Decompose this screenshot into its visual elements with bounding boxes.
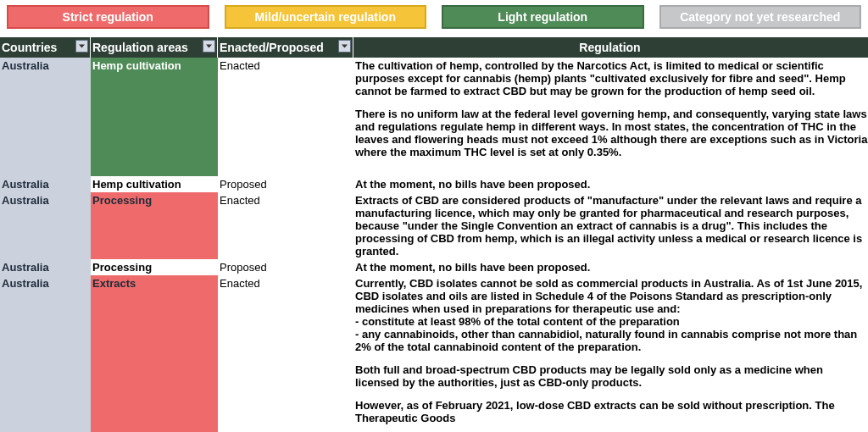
regulation-paragraph: There is no uniform law at the federal l… <box>355 108 868 158</box>
header-areas-label: Regulation areas <box>92 41 188 54</box>
cell-country: Australia <box>0 176 91 192</box>
table-row: AustraliaHemp cultivationProposedAt the … <box>0 176 868 192</box>
regulation-paragraph: Currently, CBD isolates cannot be sold a… <box>355 277 868 353</box>
header-regulation: Regulation <box>353 37 868 58</box>
legend-light: Light regulation <box>442 5 644 29</box>
legend-bar: Strict regulation Mild/uncertain regulat… <box>0 0 868 37</box>
cell-status: Enacted <box>218 275 353 432</box>
header-status-label: Enacted/Proposed <box>220 41 324 54</box>
table-header: Countries Regulation areas Enacted/Propo… <box>0 37 868 58</box>
cell-regulation-text: Extracts of CBD are considered products … <box>353 192 868 259</box>
cell-status: Proposed <box>218 259 353 275</box>
cell-status: Enacted <box>218 58 353 176</box>
table-row: AustraliaProcessingEnactedExtracts of CB… <box>0 192 868 259</box>
cell-regulation-area: Processing <box>91 192 218 259</box>
table-body: AustraliaHemp cultivationEnactedThe cult… <box>0 58 868 432</box>
regulation-paragraph: The cultivation of hemp, controlled by t… <box>355 59 868 97</box>
filter-dropdown-icon[interactable] <box>338 40 351 53</box>
table-row: AustraliaExtractsEnactedCurrently, CBD i… <box>0 275 868 432</box>
cell-status: Proposed <box>218 176 353 192</box>
filter-dropdown-icon[interactable] <box>203 40 215 53</box>
table-row: AustraliaHemp cultivationEnactedThe cult… <box>0 58 868 176</box>
cell-regulation-area: Hemp cultivation <box>91 176 218 192</box>
regulation-paragraph: At the moment, no bills have been propos… <box>355 261 868 274</box>
cell-regulation-text: At the moment, no bills have been propos… <box>353 259 868 275</box>
cell-regulation-text: Currently, CBD isolates cannot be sold a… <box>353 275 868 432</box>
regulation-paragraph: Extracts of CBD are considered products … <box>355 194 868 258</box>
cell-regulation-area: Hemp cultivation <box>91 58 218 176</box>
legend-not-researched: Category not yet researched <box>659 5 862 29</box>
cell-status: Enacted <box>218 192 353 259</box>
header-regulation-label: Regulation <box>579 41 640 54</box>
legend-mild: Mild/uncertain regulation <box>225 5 427 29</box>
legend-strict: Strict regulation <box>7 5 209 29</box>
regulation-paragraph: Both full and broad-spectrum CBD product… <box>355 363 868 389</box>
cell-regulation-area: Extracts <box>91 275 218 432</box>
regulation-paragraph: However, as of February 2021, low-dose C… <box>355 399 868 424</box>
header-countries[interactable]: Countries <box>0 37 91 58</box>
table-row: AustraliaProcessingProposedAt the moment… <box>0 259 868 275</box>
cell-country: Australia <box>0 259 91 275</box>
cell-country: Australia <box>0 275 91 432</box>
cell-country: Australia <box>0 58 91 176</box>
regulation-paragraph: At the moment, no bills have been propos… <box>355 178 868 191</box>
cell-regulation-area: Processing <box>91 259 218 275</box>
cell-country: Australia <box>0 192 91 259</box>
header-areas[interactable]: Regulation areas <box>91 37 218 58</box>
filter-dropdown-icon[interactable] <box>75 40 88 53</box>
cell-regulation-text: The cultivation of hemp, controlled by t… <box>353 58 868 176</box>
header-status[interactable]: Enacted/Proposed <box>218 37 353 58</box>
cell-regulation-text: At the moment, no bills have been propos… <box>353 176 868 192</box>
header-countries-label: Countries <box>2 41 57 54</box>
